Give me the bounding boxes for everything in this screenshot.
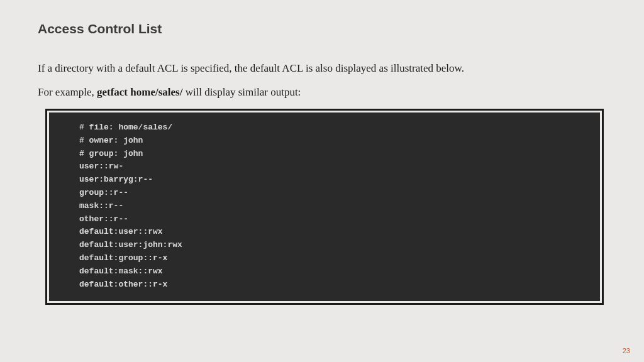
terminal-line: default:mask::rwx xyxy=(79,265,570,278)
terminal-output-box: # file: home/sales/ # owner: john # grou… xyxy=(45,109,604,305)
paragraph-1: If a directory with a default ACL is spe… xyxy=(38,60,606,77)
terminal-line: user::rw- xyxy=(79,160,570,173)
command-text: getfact home/sales/ xyxy=(97,86,182,98)
terminal-line: default:user::rwx xyxy=(79,226,570,239)
terminal-line: other::r-- xyxy=(79,213,570,226)
body-text: If a directory with a default ACL is spe… xyxy=(38,60,606,100)
slide-content: Access Control List If a directory with … xyxy=(0,0,644,317)
terminal-line: mask::r-- xyxy=(79,200,570,213)
paragraph-2-pre: For example, xyxy=(38,86,97,98)
terminal-line: default:user:john:rwx xyxy=(79,239,570,252)
paragraph-2: For example, getfact home/sales/ will di… xyxy=(38,84,606,101)
slide-title: Access Control List xyxy=(38,21,606,36)
terminal-line: user:barryg:r-- xyxy=(79,173,570,187)
terminal-line: # group: john xyxy=(79,148,570,161)
terminal-line: default:group::r-x xyxy=(79,252,570,265)
terminal-line: # file: home/sales/ xyxy=(79,121,570,134)
terminal-line: group::r-- xyxy=(79,187,570,200)
page-number: 23 xyxy=(623,347,630,354)
terminal-inner: # file: home/sales/ # owner: john # grou… xyxy=(49,112,600,301)
terminal-line: default:other::r-x xyxy=(79,278,570,292)
paragraph-2-post: will display similar output: xyxy=(182,86,301,98)
terminal-line: # owner: john xyxy=(79,134,570,148)
